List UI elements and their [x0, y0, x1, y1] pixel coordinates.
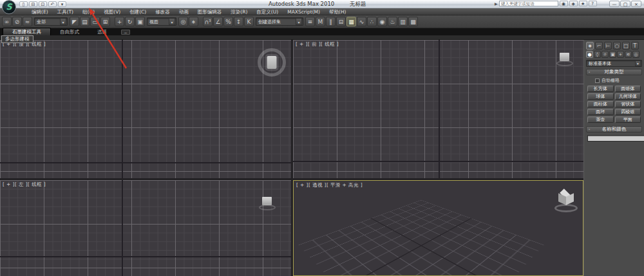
plane-button[interactable]: 平面: [615, 116, 641, 123]
tube-button[interactable]: 管状体: [615, 101, 641, 107]
percent-snap-icon[interactable]: %: [223, 17, 233, 26]
menu-group[interactable]: 组(G): [78, 8, 99, 15]
render-setup-icon[interactable]: ♨: [388, 17, 397, 26]
window-crossing-icon[interactable]: ⊞: [100, 17, 110, 26]
unlink-selection-icon[interactable]: ⊘: [12, 17, 22, 26]
curve-editor-icon[interactable]: ∿: [357, 17, 366, 26]
rendered-frame-window-icon[interactable]: ▥: [398, 17, 408, 26]
viewport-label[interactable]: [ + ][ 前 ][ 线框 ]: [296, 41, 339, 48]
viewport-label[interactable]: [ + ][ 左 ][ 线框 ]: [3, 181, 46, 188]
select-and-manipulate-icon[interactable]: ∗: [189, 17, 198, 26]
hierarchy-tab-icon[interactable]: ⊢: [604, 42, 612, 50]
spinner-snap-icon[interactable]: ↕: [234, 17, 243, 26]
primitive-category-dropdown[interactable]: 标准基本体 ▾: [586, 60, 642, 67]
menu-tools[interactable]: 工具(T): [53, 8, 78, 15]
pyramid-button[interactable]: 四棱锥: [615, 109, 641, 115]
close-button[interactable]: ×: [631, 1, 641, 7]
teapot-button[interactable]: 茶壶: [587, 116, 614, 123]
snap-toggle-3d-icon[interactable]: ∩³: [203, 17, 213, 26]
save-file-icon[interactable]: ⊡: [39, 1, 47, 7]
utilities-tab-icon[interactable]: T: [631, 42, 639, 50]
menu-views[interactable]: 视图(V): [99, 8, 125, 15]
angle-snap-icon[interactable]: ∠: [213, 17, 223, 26]
tab-graphite-modeling-tools[interactable]: 石墨建模工具: [3, 28, 51, 35]
schematic-view-icon[interactable]: ∴: [367, 17, 377, 26]
menu-create[interactable]: 创建(C): [125, 8, 151, 15]
render-production-icon[interactable]: ▩: [408, 17, 418, 26]
viewport-label[interactable]: [ + ][ 透视 ][ 平滑 + 高光 ]: [296, 182, 363, 189]
viewcube[interactable]: [555, 51, 574, 68]
cylinder-button[interactable]: 圆柱体: [587, 101, 614, 107]
polygon-modeling-panel-button[interactable]: 多边形建模: [1, 35, 33, 43]
named-selection-sets-dropdown[interactable]: 创建选择集 ▾: [256, 17, 303, 26]
cameras-category-icon[interactable]: ▣: [609, 51, 616, 58]
search-icon[interactable]: ◉: [560, 1, 568, 6]
create-tab-icon[interactable]: ∗: [586, 42, 594, 50]
graphite-ribbon-toggle-icon[interactable]: ▦: [346, 17, 356, 26]
maximize-button[interactable]: ▢: [620, 1, 630, 7]
bind-to-space-warp-icon[interactable]: ≈: [23, 17, 32, 26]
viewcube[interactable]: [258, 196, 277, 212]
app-logo-icon[interactable]: S: [2, 0, 16, 14]
align-icon[interactable]: ∥: [326, 17, 336, 26]
geosphere-button[interactable]: 几何球体: [615, 93, 641, 100]
reference-coordinate-dropdown[interactable]: 视图 ▾: [147, 17, 176, 26]
viewport-left[interactable]: [ + ][ 左 ][ 线框 ]: [0, 180, 291, 276]
viewport-top[interactable]: [ + ][ 顶 ][ 线框 ]: [0, 40, 291, 178]
use-pivot-point-center-icon[interactable]: ◎: [178, 17, 188, 26]
minimize-button[interactable]: —: [609, 1, 620, 7]
select-by-name-icon[interactable]: ▤: [80, 17, 90, 26]
helpers-category-icon[interactable]: ⌖: [617, 51, 624, 58]
geometry-category-icon[interactable]: ●: [586, 51, 593, 58]
infocenter-search-input[interactable]: [499, 1, 558, 6]
tab-selection[interactable]: 选择: [88, 28, 116, 35]
select-and-move-icon[interactable]: +: [115, 17, 124, 26]
subscription-key-icon[interactable]: ◈: [569, 1, 578, 6]
menu-rendering[interactable]: 渲染(R): [226, 8, 252, 15]
box-button[interactable]: 长方体: [587, 86, 614, 92]
shapes-category-icon[interactable]: ◊: [594, 51, 601, 58]
select-and-scale-icon[interactable]: ▣: [135, 17, 145, 26]
help-icon[interactable]: ?: [589, 1, 597, 6]
menu-modifiers[interactable]: 修改器: [151, 8, 175, 15]
edit-named-sets-icon[interactable]: ≡: [305, 17, 315, 26]
open-file-icon[interactable]: ⊟: [29, 1, 37, 7]
search-go-icon[interactable]: ▶: [495, 1, 498, 6]
rectangular-selection-region-icon[interactable]: ▭: [90, 17, 100, 26]
select-object-icon[interactable]: ◤: [70, 17, 79, 26]
select-and-link-icon[interactable]: ∞: [2, 17, 12, 26]
ribbon-minimize-icon[interactable]: −: [121, 30, 130, 35]
lights-category-icon[interactable]: ☼: [601, 51, 609, 58]
viewport-front[interactable]: [ + ][ 前 ][ 线框 ]: [293, 40, 583, 178]
select-and-rotate-icon[interactable]: ↻: [125, 17, 135, 26]
menu-help[interactable]: 帮助(H): [325, 8, 351, 15]
qat-caret-icon[interactable]: ▾: [58, 1, 66, 7]
object-name-field[interactable]: [587, 135, 644, 142]
mirror-icon[interactable]: M: [316, 17, 325, 26]
space-warps-category-icon[interactable]: ≋: [625, 51, 632, 58]
menu-graph-editors[interactable]: 图形编辑器: [193, 8, 227, 15]
menu-maxscript[interactable]: MAXScript(M): [283, 8, 325, 15]
display-tab-icon[interactable]: □: [622, 42, 630, 50]
layer-manager-icon[interactable]: ⊟: [336, 17, 346, 26]
torus-button[interactable]: 圆环: [587, 109, 614, 115]
viewcube[interactable]: [258, 48, 286, 77]
object-type-rollout-header[interactable]: - 对象类型: [586, 69, 642, 75]
autogrid-checkbox[interactable]: [595, 78, 600, 83]
motion-tab-icon[interactable]: ○: [613, 42, 621, 50]
tab-freeform[interactable]: 自由形式: [51, 28, 88, 35]
menu-animation[interactable]: 动画: [175, 8, 193, 15]
modify-tab-icon[interactable]: ⌐: [595, 42, 603, 50]
menu-edit[interactable]: 编辑(E): [27, 8, 53, 15]
menu-customize[interactable]: 自定义(U): [252, 8, 283, 15]
material-editor-icon[interactable]: ◉: [377, 17, 387, 26]
viewcube[interactable]: [553, 189, 579, 214]
cone-button[interactable]: 圆锥体: [615, 86, 641, 92]
new-scene-icon[interactable]: ▯: [19, 1, 28, 7]
favorites-star-icon[interactable]: ★: [579, 1, 587, 6]
name-color-rollout-header[interactable]: - 名称和颜色: [586, 126, 642, 133]
viewport-perspective[interactable]: [ + ][ 透视 ][ 平滑 + 高光 ]: [293, 180, 583, 276]
sphere-button[interactable]: 球体: [587, 93, 614, 100]
systems-category-icon[interactable]: ◎: [632, 51, 639, 58]
undo-icon[interactable]: ↶: [48, 1, 57, 7]
